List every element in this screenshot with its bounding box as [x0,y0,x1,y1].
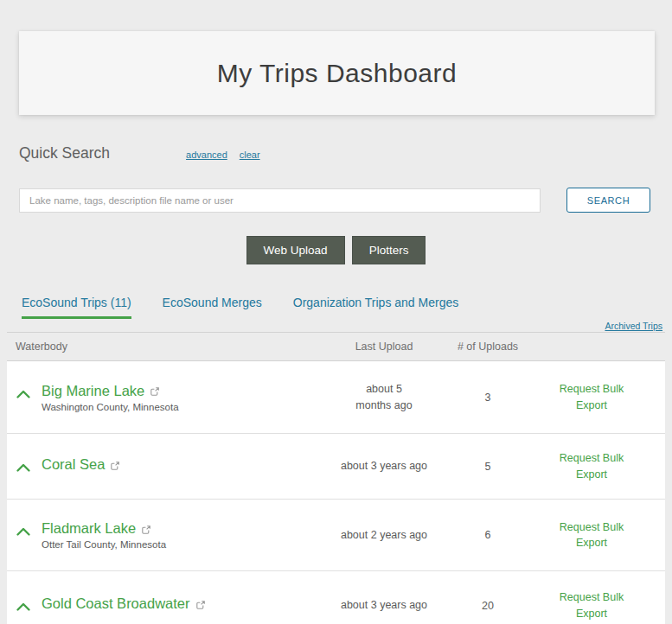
waterbody-link[interactable]: Gold Coast Broadwater [42,595,190,612]
table-row: Gold Coast Broadwater about 3 years ago … [7,571,665,624]
table-body: Big Marine Lake Washington County, Minne… [7,361,665,624]
waterbody-cell: Gold Coast Broadwater [16,595,319,615]
upload-count-value: 20 [449,600,527,612]
request-bulk-export-link[interactable]: Request Bulk Export [548,519,635,551]
table-row: Big Marine Lake Washington County, Minne… [7,361,665,434]
request-bulk-export-link[interactable]: Request Bulk Export [548,589,635,621]
chevron-up-icon[interactable] [16,383,42,403]
waterbody-cell: Coral Sea [16,456,319,476]
waterbody-link[interactable]: Big Marine Lake [42,383,144,399]
column-header-waterbody: Waterbody [16,341,319,353]
plotters-button[interactable]: Plotters [352,236,426,264]
waterbody-cell: Fladmark Lake Otter Tail County, Minneso… [16,520,319,550]
last-upload-value: about 3 years ago [319,597,449,613]
page-title: My Trips Dashboard [217,59,457,88]
action-cell: Request Bulk Export [527,450,656,481]
upload-count-value: 5 [449,461,527,473]
table-row: Coral Sea about 3 years ago 5 Request Bu… [7,434,665,500]
tab-organization-trips-and-merges[interactable]: Organization Trips and Merges [293,296,458,319]
column-header-last-upload: Last Upload [319,341,449,353]
action-cell: Request Bulk Export [527,519,656,551]
clear-search-link[interactable]: clear [240,150,260,160]
waterbody-link[interactable]: Fladmark Lake [42,520,136,537]
page-header-card: My Trips Dashboard [19,31,655,115]
chevron-up-icon[interactable] [16,595,42,615]
action-buttons: Web Upload Plotters [0,236,672,264]
quick-search-links: advanced clear [186,150,260,160]
quick-search-bar: Quick Search advanced clear [19,144,653,162]
waterbody-location: Washington County, Minnesota [42,402,179,412]
chevron-up-icon[interactable] [16,520,42,540]
external-link-icon[interactable] [150,387,159,396]
tab-ecosound-merges[interactable]: EcoSound Merges [163,296,262,319]
waterbody-info: Gold Coast Broadwater [42,595,205,612]
waterbody-cell: Big Marine Lake Washington County, Minne… [16,383,319,412]
table-row: Fladmark Lake Otter Tail County, Minneso… [7,500,665,571]
last-upload-value: about 5 months ago [319,381,449,412]
upload-count-value: 6 [449,529,527,541]
request-bulk-export-link[interactable]: Request Bulk Export [548,381,635,412]
waterbody-location: Otter Tail County, Minnesota [42,539,166,550]
column-header-uploads: # of Uploads [449,341,527,353]
search-input[interactable] [19,188,541,213]
search-row: SEARCH [19,188,650,213]
advanced-search-link[interactable]: advanced [186,150,227,160]
last-upload-value: about 2 years ago [319,527,449,543]
external-link-icon[interactable] [142,525,150,534]
request-bulk-export-link[interactable]: Request Bulk Export [548,450,635,481]
quick-search-label: Quick Search [19,144,110,162]
archived-trips-link[interactable]: Archived Trips [605,321,662,331]
action-cell: Request Bulk Export [527,589,656,621]
action-cell: Request Bulk Export [527,381,656,412]
tab-ecosound-trips[interactable]: EcoSound Trips (11) [22,296,131,319]
external-link-icon[interactable] [196,601,205,609]
chevron-up-icon[interactable] [16,456,42,476]
waterbody-info: Fladmark Lake Otter Tail County, Minneso… [42,520,166,550]
table-header: Waterbody Last Upload # of Uploads [7,333,665,360]
web-upload-button[interactable]: Web Upload [246,236,345,264]
search-button[interactable]: SEARCH [566,188,650,213]
tabs: EcoSound Trips (11) EcoSound Merges Orga… [22,296,672,319]
last-upload-value: about 3 years ago [319,458,449,474]
waterbody-info: Big Marine Lake Washington County, Minne… [42,383,179,412]
upload-count-value: 3 [449,392,527,404]
waterbody-info: Coral Sea [42,456,119,473]
waterbody-link[interactable]: Coral Sea [42,456,105,473]
external-link-icon[interactable] [111,462,119,470]
